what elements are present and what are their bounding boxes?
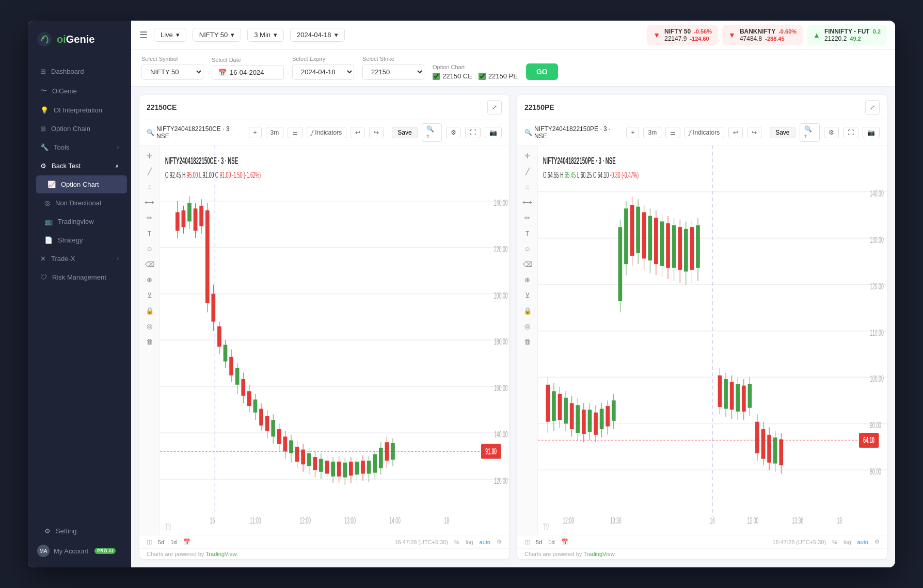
date-selector[interactable]: 2024-04-18 ▾ xyxy=(290,28,345,42)
delete-tool[interactable]: 🗑 xyxy=(142,335,157,348)
text-tool[interactable]: T xyxy=(142,227,157,239)
settings-icon: ⚙ xyxy=(44,527,51,535)
sidebar-item-non-directional[interactable]: ◎ Non Directional xyxy=(36,194,127,212)
ce-checkbox[interactable] xyxy=(433,73,440,80)
sidebar-item-tools[interactable]: 🔧 Tools › xyxy=(32,138,127,156)
market-change: -0.56% xyxy=(694,28,712,35)
crosshair-tool[interactable]: ✛ xyxy=(142,150,157,162)
strike-filter-select[interactable]: 22150 xyxy=(362,64,424,80)
pe-interval-btn[interactable]: 3m xyxy=(643,127,661,138)
ce-interval-btn[interactable]: 3m xyxy=(266,127,284,138)
symbol-selector[interactable]: NIFTY 50 ▾ xyxy=(193,28,241,42)
auto-label2[interactable]: auto xyxy=(857,539,868,545)
svg-text:13:36: 13:36 xyxy=(610,516,622,526)
expiry-filter-select[interactable]: 2024-04-18 xyxy=(292,64,354,80)
live-mode-selector[interactable]: Live ▾ xyxy=(154,28,186,42)
svg-rect-169 xyxy=(684,229,688,272)
ce-checkbox-label[interactable]: 22150 CE xyxy=(433,72,472,80)
measure-tool[interactable]: ⟷ xyxy=(142,196,157,208)
interval-selector[interactable]: 3 Min ▾ xyxy=(247,28,284,42)
grid-icon: ⊞ xyxy=(40,68,46,75)
sidebar-item-risk-management[interactable]: 🛡 Risk Management xyxy=(32,268,127,286)
ce-undo-btn[interactable]: ↩ xyxy=(351,127,365,138)
magnet-tool[interactable]: ⊻ xyxy=(142,289,157,301)
sidebar-item-tradingview[interactable]: 📺 Tradingview xyxy=(36,213,127,231)
pe-redo-btn[interactable]: ↪ xyxy=(747,127,761,138)
svg-rect-57 xyxy=(283,436,288,451)
sidebar-item-option-chain[interactable]: ⊞ Option Chain xyxy=(32,120,127,138)
crosshair-tool2[interactable]: ✛ xyxy=(520,150,535,162)
pe-fullscreen-btn[interactable]: ⛶ xyxy=(843,127,858,138)
ce-expand-button[interactable]: ⤢ xyxy=(487,100,502,115)
settings3-icon[interactable]: ⚙ xyxy=(874,538,880,545)
hline-tool2[interactable]: ≡ xyxy=(520,181,535,193)
sidebar-item-my-account[interactable]: MA My Account PRO AI xyxy=(32,541,127,561)
sidebar-item-oigenie[interactable]: 〜 OiGenie xyxy=(32,81,127,101)
sidebar-item-dashboard[interactable]: ⊞ Dashboard xyxy=(32,62,127,80)
symbol-filter-select[interactable]: NIFTY 50 xyxy=(141,64,203,80)
sidebar-item-option-chart[interactable]: 📈 Option Chart xyxy=(36,175,127,193)
ce-camera-btn[interactable]: 📷 xyxy=(485,127,502,138)
settings2-icon[interactable]: ⚙ xyxy=(497,538,502,545)
lock-tool2[interactable]: 🔒 xyxy=(520,304,535,317)
ce-settings-btn[interactable]: ⚙ xyxy=(446,127,461,138)
sidebar-item-backtest[interactable]: ⚙ Back Test ∧ xyxy=(32,157,127,175)
ce-fullscreen-btn[interactable]: ⛶ xyxy=(465,127,481,138)
5d-btn[interactable]: 5d xyxy=(158,539,164,545)
pe-zoom-btn[interactable]: 🔍+ xyxy=(800,123,820,142)
line-tool[interactable]: ╱ xyxy=(142,165,157,177)
pe-camera-btn[interactable]: 📷 xyxy=(863,127,880,138)
pe-checkbox[interactable] xyxy=(479,73,486,80)
lock-tool[interactable]: 🔒 xyxy=(142,304,157,317)
ce-save-btn[interactable]: Save xyxy=(392,127,417,138)
pe-save-btn[interactable]: Save xyxy=(770,127,795,138)
auto-label[interactable]: auto xyxy=(480,539,490,545)
eraser-tool2[interactable]: ⌫ xyxy=(520,258,535,270)
zoom-tool2[interactable]: ⊕ xyxy=(520,273,535,286)
pe-indicators-btn[interactable]: 𝑓 Indicators xyxy=(685,127,724,138)
eye-tool2[interactable]: ◎ xyxy=(520,320,535,332)
emoji-tool[interactable]: ☺ xyxy=(142,242,157,255)
zoom-tool[interactable]: ⊕ xyxy=(142,273,157,286)
line-tool2[interactable]: ╱ xyxy=(520,165,535,177)
hline-tool[interactable]: ≡ xyxy=(142,181,157,193)
5d-btn2[interactable]: 5d xyxy=(536,539,542,545)
ce-tradingview-link[interactable]: TradingView. xyxy=(205,551,238,557)
pe-undo-btn[interactable]: ↩ xyxy=(728,127,743,138)
ce-indicators-btn[interactable]: 𝑓 Indicators xyxy=(307,127,346,138)
market-info: BANKNIFTY -0.60% 47484.8 -288.45 xyxy=(740,28,797,42)
svg-rect-141 xyxy=(600,409,604,430)
market-price: 47484.8 xyxy=(740,35,762,42)
pencil-tool2[interactable]: ✏ xyxy=(520,211,535,224)
pe-candle-type-btn[interactable]: ⚌ xyxy=(665,127,680,138)
ce-add-btn[interactable]: + xyxy=(249,127,262,138)
wrench-icon: 🔧 xyxy=(40,143,49,151)
ce-chart-body: ✛ ╱ ≡ ⟷ ✏ T ☺ ⌫ ⊕ ⊻ 🔒 ◎ 🗑 xyxy=(139,145,509,535)
date-filter-input[interactable]: 📅 16-04-2024 xyxy=(212,65,284,80)
sidebar-item-setting[interactable]: ⚙ Setting xyxy=(36,522,123,540)
emoji-tool2[interactable]: ☺ xyxy=(520,242,535,255)
ce-candle-type-btn[interactable]: ⚌ xyxy=(288,127,303,138)
pe-tradingview-link[interactable]: TradingView. xyxy=(583,551,616,557)
ce-redo-btn[interactable]: ↪ xyxy=(369,127,384,138)
pe-expand-button[interactable]: ⤢ xyxy=(865,100,880,115)
go-button[interactable]: GO xyxy=(526,63,558,80)
measure-tool2[interactable]: ⟷ xyxy=(520,196,535,208)
hamburger-icon[interactable]: ☰ xyxy=(139,29,148,41)
ce-zoom-in-btn[interactable]: 🔍+ xyxy=(422,123,442,142)
sidebar-item-trade-x[interactable]: ✕ Trade-X › xyxy=(32,250,127,268)
text-tool2[interactable]: T xyxy=(520,227,535,239)
delete-tool2[interactable]: 🗑 xyxy=(520,335,535,348)
magnet-tool2[interactable]: ⊻ xyxy=(520,289,535,301)
eye-tool[interactable]: ◎ xyxy=(142,320,157,332)
sidebar-item-oi-interpretation[interactable]: 💡 OI Interpretation xyxy=(32,101,127,119)
1d-btn2[interactable]: 1d xyxy=(548,539,554,545)
pe-add-btn[interactable]: + xyxy=(626,127,639,138)
eraser-tool[interactable]: ⌫ xyxy=(142,258,157,270)
pro-ai-badge: PRO AI xyxy=(94,548,116,554)
pencil-tool[interactable]: ✏ xyxy=(142,211,157,224)
pe-settings-btn[interactable]: ⚙ xyxy=(824,127,839,138)
pe-checkbox-label[interactable]: 22150 PE xyxy=(479,72,518,80)
sidebar-item-strategy[interactable]: 📄 Strategy xyxy=(36,231,127,249)
1d-btn[interactable]: 1d xyxy=(170,539,177,545)
